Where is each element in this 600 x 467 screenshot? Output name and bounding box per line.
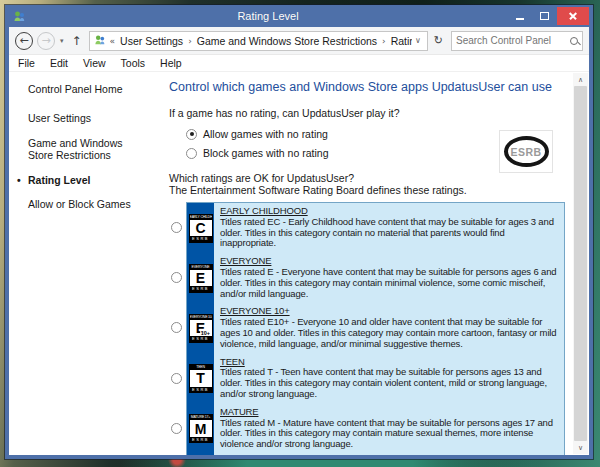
maximize-icon [540, 12, 549, 20]
rating-radio-everyone-10[interactable] [171, 322, 182, 333]
rating-icon-footer: ESRB [190, 286, 212, 292]
breadcrumb-item-game-and-windows-store-restrictions[interactable]: Game and Windows Store Restrictions [197, 35, 377, 47]
rating-radio-teen[interactable] [171, 373, 182, 384]
rating-title: MATURE [220, 407, 558, 418]
minimize-icon [516, 18, 524, 20]
scroll-down-icon[interactable]: ∨ [573, 441, 588, 454]
rating-icon-letter: M [190, 420, 212, 437]
radio-block-games-with-no-rating[interactable] [186, 148, 197, 159]
rating-row-early-childhood[interactable]: EARLY CHILDHOODCESRBEARLY CHILDHOODTitle… [187, 203, 564, 253]
rating-text: EARLY CHILDHOODTitles rated EC - Early C… [214, 203, 564, 253]
breadcrumb-separator-icon: › [188, 36, 192, 46]
window-title: Rating Level [29, 10, 507, 22]
breadcrumb: «User Settings›Game and Windows Store Re… [110, 35, 412, 47]
ratings-description: The Entertainment Software Rating Board … [169, 184, 567, 196]
scrollbar-thumb[interactable] [574, 86, 587, 441]
rating-icon-letter: T [190, 370, 212, 387]
no-rating-question: If a game has no rating, can UpdatusUser… [169, 107, 567, 119]
rating-icon-strip: ADULTS ONLY 18+AOESRB [187, 454, 214, 455]
breadcrumb-item-rating-level[interactable]: Rating Level [391, 35, 412, 47]
rating-text: ADULTS ONLYTitles rated AO - Adults Only… [214, 454, 564, 455]
rating-icon-strip: TEENTESRB [187, 354, 214, 404]
rating-icon-footer: ESRB [190, 437, 212, 443]
ratings-question: Which ratings are OK for UpdatusUser? [169, 172, 567, 184]
breadcrumb-separator-icon: › [382, 36, 386, 46]
rating-row-mature[interactable]: MATURE 17+MESRBMATURETitles rated M - Ma… [187, 404, 564, 454]
rating-icon-letter: E [190, 270, 212, 287]
rating-icon-footer: ESRB [190, 236, 212, 242]
rating-radio-early-childhood[interactable] [171, 222, 182, 233]
page-title: Control which games and Windows Store ap… [169, 80, 567, 94]
rating-icon-letter: E10+ [190, 320, 212, 337]
rating-icon-sub: 10+ [200, 331, 210, 337]
esrb-logo: ESRB [499, 130, 553, 173]
rating-icon-footer: ESRB [190, 336, 212, 342]
breadcrumb-overflow-icon[interactable]: « [110, 36, 116, 46]
back-button[interactable]: ← [15, 32, 33, 50]
recent-pages-dropdown-icon[interactable]: ▾ [59, 37, 65, 45]
option-label: Allow games with no rating [203, 128, 328, 140]
menu-help[interactable]: Help [160, 57, 182, 69]
rating-row-teen[interactable]: TEENTESRBTEENTitles rated T - Teen have … [187, 354, 564, 404]
sidebar-item-game-and-windows-store-restrictions[interactable]: Game and Windows Store Restrictions [28, 137, 148, 162]
titlebar[interactable]: Rating Level [9, 5, 589, 27]
rating-icon-strip: EVERYONEEESRB [187, 253, 214, 303]
rating-radio-mature[interactable] [171, 423, 182, 434]
rating-description: Titles rated M - Mature have content tha… [220, 418, 558, 450]
esrb-rating-icon-early-childhood: EARLY CHILDHOODCESRB [189, 214, 213, 243]
up-button[interactable]: ↑ [69, 34, 85, 48]
esrb-rating-icon-mature: MATURE 17+MESRB [189, 414, 213, 443]
search-icon[interactable] [570, 37, 578, 45]
rating-text: TEENTitles rated T - Teen have content t… [214, 354, 564, 404]
sidebar: Control Panel HomeUser SettingsGame and … [9, 72, 159, 455]
close-button[interactable] [557, 7, 589, 25]
rating-row-everyone-10[interactable]: EVERYONE 10+E10+ESRBEVERYONE 10+Titles r… [187, 303, 564, 353]
maximize-button[interactable] [532, 7, 557, 25]
menu-tools[interactable]: Tools [121, 57, 146, 69]
rating-icon-footer: ESRB [190, 387, 212, 393]
address-toolbar: ← → ▾ ↑ «User Settings›Game and Windows … [9, 27, 589, 55]
breadcrumb-item-user-settings[interactable]: User Settings [120, 35, 183, 47]
main-pane: Control which games and Windows Store ap… [159, 72, 573, 455]
rating-icon-strip: MATURE 17+MESRB [187, 404, 214, 454]
minimize-button[interactable] [507, 7, 532, 25]
esrb-rating-icon-everyone: EVERYONEEESRB [189, 264, 213, 293]
scroll-up-icon[interactable]: ∧ [573, 73, 588, 86]
rating-row-everyone[interactable]: EVERYONEEESRBEVERYONETitles rated E - Ev… [187, 253, 564, 303]
breadcrumb-location-icon [94, 34, 106, 48]
rating-text: MATURETitles rated M - Mature have conte… [214, 404, 564, 454]
rating-row-adults-only[interactable]: ADULTS ONLY 18+AOESRBADULTS ONLYTitles r… [187, 454, 564, 455]
forward-button[interactable]: → [37, 32, 55, 50]
rating-icon-letter: C [190, 220, 212, 237]
search-box[interactable] [451, 31, 583, 51]
search-input[interactable] [456, 35, 570, 46]
menu-view[interactable]: View [83, 57, 106, 69]
address-dropdown-icon[interactable]: ∨ [412, 36, 424, 45]
esrb-logo-text: ESRB [510, 146, 541, 158]
rating-description: Titles rated EC - Early Childhood have c… [220, 217, 558, 249]
control-panel-window: Rating Level ← → ▾ ↑ «Use [5, 5, 593, 459]
menu-bar: FileEditViewToolsHelp [9, 55, 589, 72]
menu-file[interactable]: File [18, 57, 35, 69]
option-label: Block games with no rating [203, 147, 328, 159]
rating-text: EVERYONETitles rated E - Everyone have c… [214, 253, 564, 303]
sidebar-item-allow-or-block-games[interactable]: Allow or Block Games [28, 198, 148, 210]
esrb-rating-icon-everyone-10: EVERYONE 10+E10+ESRB [189, 314, 213, 343]
rating-description: Titles rated T - Teen have content that … [220, 367, 558, 399]
rating-text: EVERYONE 10+Titles rated E10+ - Everyone… [214, 303, 564, 353]
rating-description: Titles rated E10+ - Everyone 10 and olde… [220, 317, 558, 349]
sidebar-item-control-panel-home[interactable]: Control Panel Home [28, 83, 148, 95]
parental-controls-icon [9, 10, 29, 23]
address-bar[interactable]: «User Settings›Game and Windows Store Re… [89, 31, 428, 51]
esrb-rating-icon-teen: TEENTESRB [189, 364, 213, 393]
menu-edit[interactable]: Edit [50, 57, 68, 69]
sidebar-item-rating-level[interactable]: Rating Level [28, 174, 148, 186]
vertical-scrollbar[interactable]: ∧ ∨ [573, 73, 588, 454]
ratings-list: EARLY CHILDHOODCESRBEARLY CHILDHOODTitle… [186, 202, 565, 455]
radio-allow-games-with-no-rating[interactable] [186, 129, 197, 140]
rating-icon-strip: EVERYONE 10+E10+ESRB [187, 303, 214, 353]
sidebar-item-user-settings[interactable]: User Settings [28, 112, 148, 124]
rating-icon-strip: EARLY CHILDHOODCESRB [187, 203, 214, 253]
rating-radio-everyone[interactable] [171, 272, 182, 283]
refresh-button[interactable]: ↻ [432, 34, 447, 47]
